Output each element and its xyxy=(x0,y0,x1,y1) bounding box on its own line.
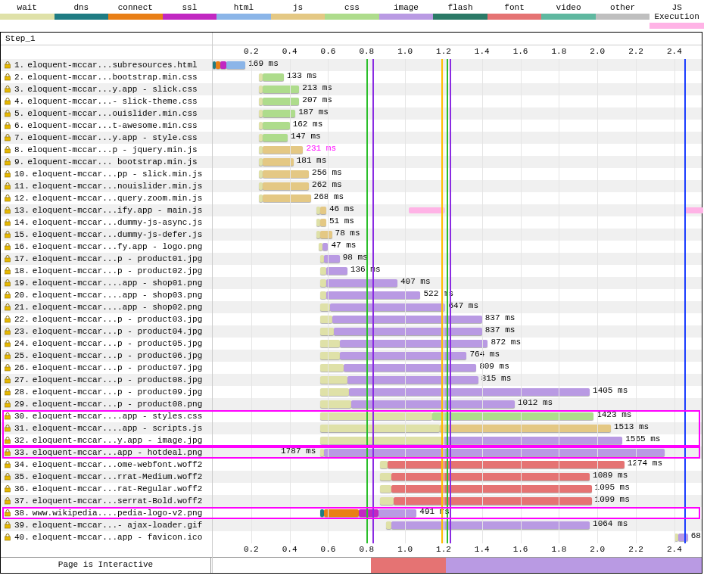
table-row[interactable]: 4. eloquent-mccar...- slick-theme.css207… xyxy=(1,95,702,107)
table-row[interactable]: 2. eloquent-mccar...bootstrap.min.css133… xyxy=(1,71,702,83)
row-number: 25. xyxy=(14,351,30,360)
legend-item: video xyxy=(541,3,596,29)
table-row[interactable]: 39. eloquent-mccar...- ajax-loader.gif10… xyxy=(1,519,702,531)
table-row[interactable]: 3. eloquent-mccar...y.app - slick.css213… xyxy=(1,83,702,95)
row-filename: eloquent-mccar...p - product08.jpg xyxy=(33,375,202,384)
lock-icon xyxy=(4,170,11,178)
lock-icon xyxy=(4,509,11,517)
table-row[interactable]: 26. eloquent-mccar...p - product07.jpg80… xyxy=(1,362,702,374)
duration-label: 147 ms xyxy=(291,132,321,141)
svg-rect-20 xyxy=(5,306,11,310)
row-number: 31. xyxy=(14,424,30,433)
row-number: 23. xyxy=(14,327,30,336)
table-row[interactable]: 11. eloquent-mccar...nouislider.min.js26… xyxy=(1,180,702,192)
duration-label: 1012 ms xyxy=(518,398,553,407)
lock-icon xyxy=(4,461,11,468)
table-row[interactable]: 38. www.wikipedia....pedia-logo-v2.png49… xyxy=(1,507,702,519)
row-number: 39. xyxy=(14,521,30,530)
table-row[interactable]: 12. eloquent-mccar...query.zoom.min.js26… xyxy=(1,192,702,204)
table-row[interactable]: 35. eloquent-mccar...rrat-Medium.woff210… xyxy=(1,471,702,483)
timing-bar xyxy=(263,170,309,178)
row-number: 8. xyxy=(14,145,24,154)
timing-bar xyxy=(320,316,332,323)
row-number: 18. xyxy=(14,266,30,275)
table-row[interactable]: 8. eloquent-mccar...p - jquery.min.js231… xyxy=(1,144,702,156)
table-row[interactable]: 32. eloquent-mccar...y.app - image.jpg15… xyxy=(1,434,702,446)
table-row[interactable]: 36. eloquent-mccar...rat-Regular.woff210… xyxy=(1,483,702,495)
timing-bar xyxy=(326,267,347,275)
table-row[interactable]: 17. eloquent-mccar...p - product01.jpg98… xyxy=(1,253,702,265)
svg-rect-26 xyxy=(5,379,11,383)
table-row[interactable]: 10. eloquent-mccar...pp - slick.min.js25… xyxy=(1,168,702,180)
table-row[interactable]: 40. eloquent-mccar...app - favicon.ico68… xyxy=(1,531,702,543)
table-row[interactable]: 20. eloquent-mccar....app - shop03.png52… xyxy=(1,289,702,301)
row-number: 10. xyxy=(14,170,30,179)
duration-label: 136 ms xyxy=(350,265,381,274)
table-row[interactable]: 27. eloquent-mccar...p - product08.jpg81… xyxy=(1,374,702,386)
lock-icon xyxy=(4,400,11,408)
lock-icon xyxy=(4,328,11,335)
timing-bar xyxy=(263,86,299,93)
svg-rect-27 xyxy=(5,391,11,395)
timing-bar xyxy=(332,316,482,323)
duration-label: 407 ms xyxy=(400,277,431,286)
table-row[interactable]: 1. eloquent-mccar...subresources.html169… xyxy=(1,59,702,71)
table-row[interactable]: 6. eloquent-mccar...t-awesome.min.css162… xyxy=(1,120,702,132)
table-row[interactable]: 7. eloquent-mccar...y.app - style.css147… xyxy=(1,132,702,144)
step-header: Step_1 xyxy=(1,33,702,45)
svg-rect-35 xyxy=(5,488,11,492)
timing-bar xyxy=(394,497,592,505)
row-filename: eloquent-mccar...dummy-js-async.js xyxy=(33,218,202,227)
duration-label: 98 ms xyxy=(343,253,368,262)
table-row[interactable]: 31. eloquent-mccar....app - scripts.js15… xyxy=(1,422,702,434)
table-row[interactable]: 14. eloquent-mccar...dummy-js-async.js51… xyxy=(1,216,702,229)
duration-label: 78 ms xyxy=(335,229,360,238)
timing-bar xyxy=(320,400,351,408)
legend-item: js xyxy=(271,3,326,29)
duration-label: 47 ms xyxy=(331,241,356,250)
table-row[interactable]: 28. eloquent-mccar...p - product09.jpg14… xyxy=(1,386,702,398)
row-filename: eloquent-mccar....app - shop01.png xyxy=(33,278,202,288)
svg-rect-5 xyxy=(5,125,11,129)
table-row[interactable]: 9. eloquent-mccar... bootstrap.min.js181… xyxy=(1,156,702,168)
timing-bar xyxy=(380,473,391,481)
row-filename: eloquent-mccar...ouislider.min.css xyxy=(27,109,197,118)
table-row[interactable]: 33. eloquent-mccar...app - hotdeal.png17… xyxy=(1,446,702,459)
svg-rect-39 xyxy=(5,537,11,540)
table-row[interactable]: 24. eloquent-mccar...p - product05.jpg87… xyxy=(1,338,702,350)
duration-label: 169 ms xyxy=(248,59,279,68)
timing-bar xyxy=(263,194,311,202)
row-number: 13. xyxy=(14,206,30,215)
timing-bar xyxy=(263,110,295,117)
lock-icon xyxy=(4,243,11,250)
table-row[interactable]: 19. eloquent-mccar....app - shop01.png40… xyxy=(1,277,702,289)
table-row[interactable]: 22. eloquent-mccar...p - product03.jpg83… xyxy=(1,313,702,325)
duration-label: 1099 ms xyxy=(595,495,630,504)
svg-rect-6 xyxy=(5,137,11,141)
table-row[interactable]: 34. eloquent-mccar...ome-webfont.woff212… xyxy=(1,459,702,471)
table-row[interactable]: 18. eloquent-mccar...p - product02.jpg13… xyxy=(1,265,702,277)
table-row[interactable]: 30. eloquent-mccar....app - styles.css14… xyxy=(1,410,702,422)
table-row[interactable]: 5. eloquent-mccar...ouislider.min.css187… xyxy=(1,107,702,120)
svg-rect-21 xyxy=(5,319,11,322)
duration-label: 809 ms xyxy=(479,362,509,371)
legend-item: dns xyxy=(55,3,109,29)
footer: Page is Interactive xyxy=(1,557,702,573)
table-row[interactable]: 21. eloquent-mccar....app - shop02.png64… xyxy=(1,301,702,313)
table-row[interactable]: 25. eloquent-mccar...p - product06.jpg76… xyxy=(1,350,702,362)
table-row[interactable]: 37. eloquent-mccar...serrat-Bold.woff210… xyxy=(1,495,702,507)
table-row[interactable]: 29. eloquent-mccar...p - product08.png10… xyxy=(1,398,702,410)
row-filename: eloquent-mccar...dummy-js-defer.js xyxy=(33,230,202,239)
lock-icon xyxy=(4,412,11,420)
row-filename: eloquent-mccar...p - product07.jpg xyxy=(33,363,202,372)
table-row[interactable]: 23. eloquent-mccar...p - product04.jpg83… xyxy=(1,325,702,338)
row-number: 34. xyxy=(14,460,30,469)
table-row[interactable]: 13. eloquent-mccar...ify.app - main.js46… xyxy=(1,204,702,216)
row-number: 30. xyxy=(14,412,30,421)
table-row[interactable]: 15. eloquent-mccar...dummy-js-defer.js78… xyxy=(1,229,702,241)
legend-item: font xyxy=(488,3,542,29)
lock-icon xyxy=(4,316,11,323)
row-filename: eloquent-mccar...p - product03.jpg xyxy=(33,315,202,324)
table-row[interactable]: 16. eloquent-mccar...fy.app - logo.png47… xyxy=(1,241,702,253)
lock-icon xyxy=(4,98,11,105)
